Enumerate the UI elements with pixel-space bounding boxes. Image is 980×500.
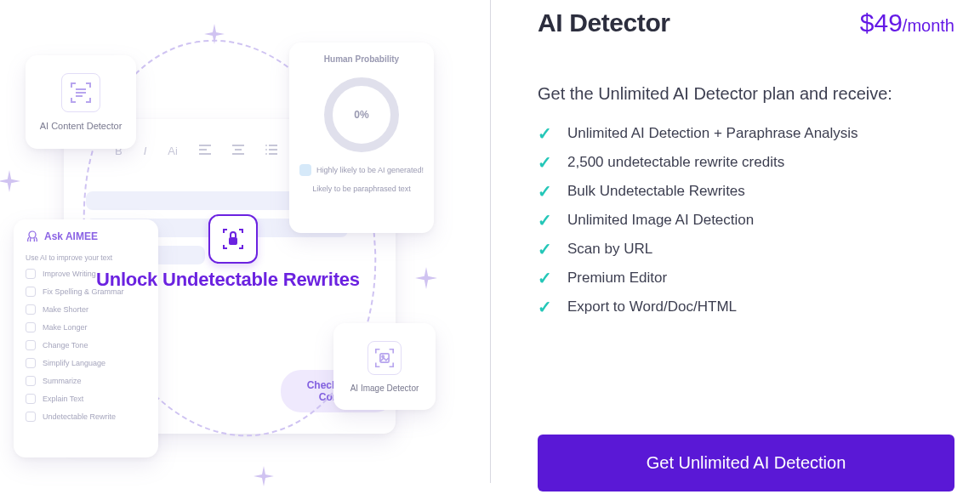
svg-point-3 — [29, 231, 36, 238]
probability-card: Human Probability 0% Highly likely to be… — [289, 43, 434, 233]
illustration-panel: B I Ai ¶ Check For AI Content — [0, 0, 490, 500]
aimee-item: Make Longer — [26, 322, 146, 332]
aimee-item-label: Make Shorter — [43, 305, 88, 314]
svg-rect-4 — [229, 237, 237, 245]
aimee-item-icon — [26, 304, 36, 315]
ai-image-detector-label: AI Image Detector — [350, 384, 419, 393]
sparkle-icon — [204, 24, 225, 44]
sparkle-icon — [254, 466, 274, 486]
aimee-item-icon — [26, 358, 36, 368]
feature-label: Bulk Undetectable Rewrites — [567, 183, 745, 200]
check-icon: ✓ — [538, 154, 552, 171]
aimee-item-label: Simplify Language — [43, 359, 105, 367]
check-icon: ✓ — [538, 241, 552, 258]
svg-point-6 — [382, 355, 384, 357]
ai-image-detector-card: AI Image Detector — [333, 323, 436, 410]
robot-icon — [299, 164, 311, 176]
document-scan-icon — [61, 73, 100, 112]
check-icon: ✓ — [538, 183, 552, 200]
aimee-item: Make Shorter — [26, 304, 146, 315]
sparkle-icon — [415, 267, 437, 289]
unlock-headline: Unlock Undetectable Rewrites — [96, 269, 360, 291]
feature-item: ✓Bulk Undetectable Rewrites — [538, 183, 954, 200]
check-icon: ✓ — [538, 298, 552, 315]
aimee-item-label: Make Longer — [43, 323, 88, 332]
probability-title: Human Probability — [324, 54, 399, 64]
feature-item: ✓Scan by URL — [538, 241, 954, 258]
feature-label: Unlimited Image AI Detection — [567, 212, 754, 229]
ai-content-detector-label: AI Content Detector — [40, 121, 122, 131]
feature-item: ✓Unlimited AI Detection + Paraphrase Ana… — [538, 125, 954, 142]
aimee-item-label: Summarize — [43, 377, 82, 385]
aimee-item-icon — [26, 269, 36, 279]
plan-title: AI Detector — [538, 9, 670, 37]
aimee-item-label: Improve Writing — [43, 270, 96, 278]
feature-label: Scan by URL — [567, 241, 652, 258]
aimee-item: Explain Text — [26, 394, 146, 404]
feature-item: ✓Unlimited Image AI Detection — [538, 212, 954, 229]
aimee-item-icon — [26, 287, 36, 297]
sparkle-icon — [0, 170, 20, 192]
feature-label: 2,500 undetectable rewrite credits — [567, 154, 784, 171]
ask-aimee-title: Ask AIMEE — [26, 230, 146, 243]
check-icon: ✓ — [538, 270, 552, 287]
feature-list: ✓Unlimited AI Detection + Paraphrase Ana… — [538, 125, 954, 315]
plan-subtitle: Get the Unlimited AI Detector plan and r… — [538, 84, 954, 104]
aimee-item-icon — [26, 322, 36, 332]
aimee-item: Change Tone — [26, 340, 146, 350]
check-icon: ✓ — [538, 125, 552, 142]
octopus-icon — [26, 230, 39, 243]
feature-item: ✓2,500 undetectable rewrite credits — [538, 154, 954, 171]
probability-line-1: Highly likely to be AI generated! — [299, 164, 424, 176]
ai-content-detector-card: AI Content Detector — [26, 55, 136, 149]
check-icon: ✓ — [538, 212, 552, 229]
aimee-item: Simplify Language — [26, 358, 146, 368]
aimee-item-icon — [26, 412, 36, 422]
pricing-panel: AI Detector $49/month Get the Unlimited … — [490, 0, 980, 500]
lock-tile — [208, 214, 258, 264]
feature-label: Unlimited AI Detection + Paraphrase Anal… — [567, 125, 858, 142]
ask-aimee-subtitle: Use AI to improve your text — [26, 253, 146, 262]
aimee-item-label: Explain Text — [43, 395, 83, 403]
aimee-item-label: Change Tone — [43, 341, 88, 349]
aimee-item: Summarize — [26, 376, 146, 386]
ask-aimee-card: Ask AIMEE Use AI to improve your text Im… — [14, 219, 158, 457]
aimee-item-label: Undetectable Rewrite — [43, 412, 116, 421]
feature-item: ✓Export to Word/Doc/HTML — [538, 298, 954, 315]
aimee-item-icon — [26, 394, 36, 404]
probability-value: 0% — [354, 109, 368, 121]
aimee-list: Improve WritingFix Spelling & GrammarMak… — [26, 269, 146, 422]
image-scan-icon — [368, 341, 402, 375]
get-unlimited-button[interactable]: Get Unlimited AI Detection — [538, 435, 954, 491]
aimee-item-icon — [26, 376, 36, 386]
aimee-item-icon — [26, 340, 36, 350]
aimee-item: Undetectable Rewrite — [26, 412, 146, 422]
feature-item: ✓Premium Editor — [538, 270, 954, 287]
probability-line-2: Likely to be paraphrased text — [312, 185, 411, 193]
lock-icon — [220, 226, 246, 252]
probability-ring: 0% — [324, 77, 399, 152]
feature-label: Export to Word/Doc/HTML — [567, 298, 737, 315]
feature-label: Premium Editor — [567, 270, 667, 287]
plan-price: $49/month — [860, 9, 954, 37]
